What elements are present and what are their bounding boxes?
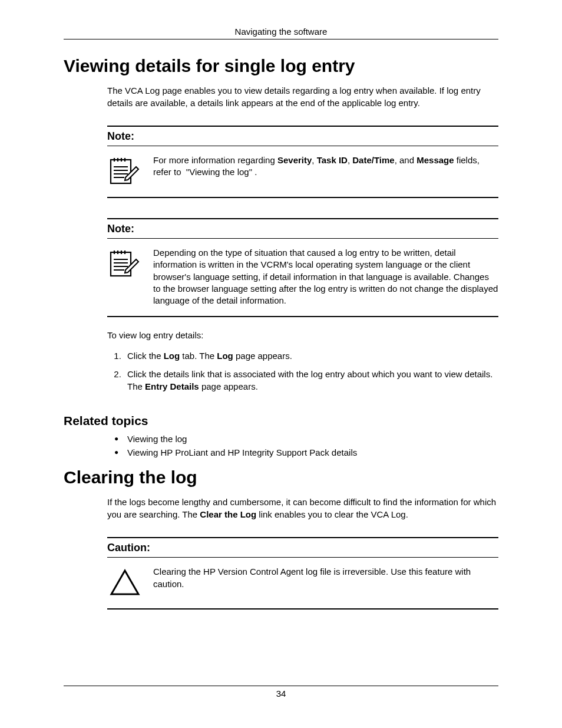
cross-ref-link[interactable]: "Viewing the log" [184,167,254,177]
note-icon [107,247,143,280]
steps-lead: To view log entry details: [107,329,498,341]
note-icon [107,154,143,187]
related-topics-list: Viewing the log Viewing HP ProLiant and … [107,433,498,459]
section-heading-viewing-details: Viewing details for single log entry [64,56,498,76]
related-link[interactable]: Viewing the log [127,433,498,446]
note-label: Note: [107,219,498,239]
step-item: Click the Log tab. The Log page appears. [124,350,498,362]
intro-paragraph: The VCA Log page enables you to view det… [107,84,498,109]
note-text: Depending on the type of situation that … [153,247,498,307]
note-text: For more information regarding Severity,… [153,154,498,179]
related-topics-heading: Related topics [64,414,498,428]
caution-icon [107,566,143,599]
document-page: Navigating the software Viewing details … [0,0,562,728]
caution-text: Clearing the HP Version Control Agent lo… [153,566,498,590]
page-footer: 34 [64,686,498,699]
section-heading-clearing-log: Clearing the log [64,467,498,487]
caution-label: Caution: [107,538,498,558]
related-link[interactable]: Viewing HP ProLiant and HP Integrity Sup… [127,446,498,460]
note-box-2: Note: Depending on the type of situation… [107,218,498,317]
intro-paragraph: If the logs become lengthy and cumbersom… [107,496,498,521]
step-item: Click the details link that is associate… [124,368,498,393]
note-label: Note: [107,127,498,146]
note-box-1: Note: For more information regarding Sev… [107,126,498,198]
steps-list: Click the Log tab. The Log page appears.… [107,350,498,398]
running-header: Navigating the software [64,27,498,39]
page-number: 34 [276,689,286,699]
caution-box: Caution: Clearing the HP Version Control… [107,537,498,610]
